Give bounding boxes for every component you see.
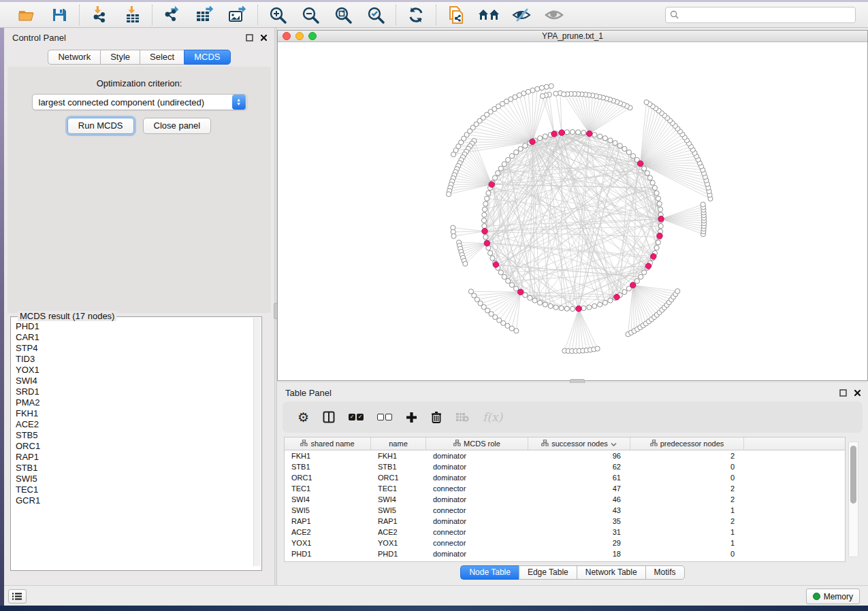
memory-status-icon	[813, 593, 820, 600]
close-panel-button[interactable]: Close panel	[143, 118, 212, 134]
export-image-button[interactable]	[227, 5, 248, 24]
run-mcds-button[interactable]: Run MCDS	[67, 118, 134, 134]
cell-mcds_role: connector	[426, 538, 528, 548]
search-input[interactable]	[682, 10, 851, 20]
tab-motifs[interactable]: Motifs	[645, 565, 685, 580]
optimization-criterion-select[interactable]: largest connected component (undirected)…	[32, 94, 247, 110]
cell-mcds_role: dominator	[426, 548, 528, 559]
result-node-item[interactable]: ACE2	[12, 419, 254, 430]
result-node-item[interactable]: SWI4	[12, 376, 254, 386]
float-panel-icon[interactable]	[839, 389, 847, 397]
tab-select[interactable]: Select	[140, 50, 184, 65]
result-list-scrollbar[interactable]	[253, 318, 261, 566]
float-panel-icon[interactable]	[246, 34, 253, 42]
table-row[interactable]: ACE2ACE2connector311	[285, 527, 845, 538]
result-node-item[interactable]: TID3	[12, 354, 254, 365]
table-settings-button[interactable]: ⚙	[298, 411, 309, 424]
deselect-all-button[interactable]	[377, 414, 392, 420]
cell-shared_name: ACE2	[285, 527, 371, 538]
memory-button[interactable]: Memory	[806, 589, 860, 604]
result-node-item[interactable]: STP4	[12, 343, 254, 354]
close-panel-icon[interactable]	[260, 34, 268, 42]
result-node-item[interactable]: YOX1	[12, 365, 254, 376]
table-row[interactable]: TEC1TEC1connector472	[285, 483, 845, 494]
result-node-item[interactable]: RAP1	[12, 452, 254, 463]
column-header-MCDS-role[interactable]: MCDS role	[426, 437, 528, 450]
table-row[interactable]: PHD1PHD1dominator180	[285, 548, 845, 559]
add-column-button[interactable]	[406, 412, 417, 423]
table-row[interactable]: SWI5SWI5connector431	[285, 505, 845, 516]
column-header-shared-name[interactable]: shared name	[285, 437, 371, 450]
tab-style[interactable]: Style	[100, 50, 140, 65]
select-all-button[interactable]: ✓✓	[349, 414, 364, 420]
table-tabs: Node TableEdge TableNetwork TableMotifs	[460, 565, 684, 580]
search-field[interactable]	[665, 7, 856, 23]
result-node-item[interactable]: CAR1	[12, 332, 254, 343]
network-window-title: YPA_prune.txt_1	[278, 31, 867, 41]
delete-column-button[interactable]	[431, 411, 442, 423]
tab-edge-table[interactable]: Edge Table	[519, 565, 577, 580]
refresh-button[interactable]	[406, 5, 426, 24]
import-table-button[interactable]	[122, 5, 142, 24]
network-window-titlebar[interactable]: YPA_prune.txt_1	[278, 31, 867, 42]
tab-network[interactable]: Network	[48, 50, 100, 65]
table-scrollbar-thumb[interactable]	[850, 446, 856, 503]
open-file-button[interactable]	[16, 5, 37, 24]
selected-criterion: largest connected component (undirected)	[33, 97, 232, 108]
function-builder-button[interactable]: f(x)	[483, 410, 502, 424]
delete-table-button[interactable]	[455, 412, 469, 422]
save-button[interactable]	[49, 5, 69, 24]
tab-mcds[interactable]: MCDS	[184, 50, 230, 65]
delete-table-icon	[455, 412, 469, 422]
table-row[interactable]: RAP1RAP1dominator352	[285, 516, 845, 527]
table-panel-title: Table Panel	[285, 388, 332, 398]
table-row[interactable]: STB1STB1dominator620	[285, 461, 845, 472]
result-node-item[interactable]: PHD1	[12, 321, 254, 332]
result-node-item[interactable]: TEC1	[12, 484, 254, 495]
result-node-item[interactable]: FKH1	[12, 408, 254, 419]
table-row[interactable]: ORC1ORC1dominator610	[285, 472, 845, 483]
column-header-name[interactable]: name	[371, 437, 426, 450]
zoom-selected-button[interactable]	[366, 5, 386, 24]
tab-network-table[interactable]: Network Table	[577, 565, 645, 580]
cell-successor_nodes: 47	[528, 483, 630, 494]
houses-button[interactable]	[479, 5, 499, 24]
zoom-in-button[interactable]	[268, 5, 288, 24]
export-network-button[interactable]	[162, 5, 182, 24]
zoom-fit-button[interactable]	[333, 5, 353, 24]
export-table-button[interactable]	[195, 5, 215, 24]
trash-icon	[431, 411, 442, 423]
tab-node-table[interactable]: Node Table	[460, 565, 519, 580]
column-visibility-button[interactable]	[323, 411, 335, 423]
memory-button-label: Memory	[824, 592, 853, 601]
table-row[interactable]: FKH1FKH1dominator962	[285, 450, 845, 461]
search-icon	[670, 10, 679, 19]
table-scrollbar[interactable]	[848, 442, 858, 557]
cell-name: STB1	[371, 461, 426, 472]
duplicate-network-button[interactable]	[446, 5, 466, 24]
close-panel-icon[interactable]	[854, 389, 861, 397]
result-node-item[interactable]: PMA2	[12, 397, 254, 408]
result-node-item[interactable]: GCR1	[12, 495, 254, 506]
hide-graphics-button[interactable]	[511, 5, 532, 24]
result-node-item[interactable]: SWI5	[12, 474, 254, 484]
result-node-item[interactable]: ORC1	[12, 441, 254, 452]
import-network-button[interactable]	[89, 5, 110, 24]
result-node-item[interactable]: STB1	[12, 463, 254, 474]
show-graphics-button[interactable]	[544, 5, 564, 24]
cell-successor_nodes: 43	[528, 505, 630, 516]
column-header-successor-nodes[interactable]: successor nodes	[528, 437, 630, 450]
result-node-item[interactable]: STB5	[12, 430, 254, 441]
network-canvas[interactable]	[278, 42, 867, 380]
cell-successor_nodes: 31	[528, 527, 630, 538]
table-row[interactable]: YOX1YOX1connector291	[285, 538, 845, 548]
cell-shared_name: SWI5	[285, 505, 371, 516]
zoom-out-button[interactable]	[300, 5, 321, 24]
table-row[interactable]: SWI4SWI4dominator462	[285, 494, 845, 505]
column-header-predecessor-nodes[interactable]: predecessor nodes	[630, 437, 744, 450]
control-panel-title: Control Panel	[12, 33, 66, 43]
cell-shared_name: STB1	[285, 461, 371, 472]
result-node-item[interactable]: SRD1	[12, 386, 254, 397]
show-panels-button[interactable]	[8, 589, 27, 604]
hierarchy-icon	[453, 440, 461, 448]
